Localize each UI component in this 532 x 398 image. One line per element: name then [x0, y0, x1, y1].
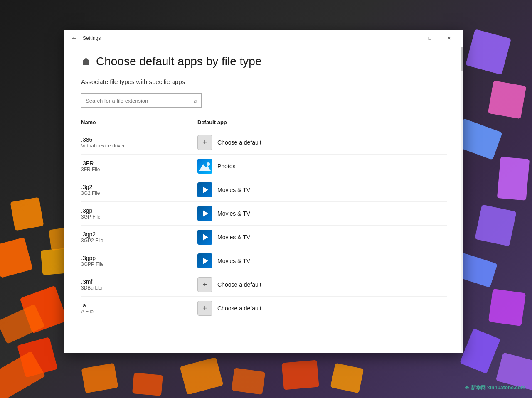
svg-rect-18 [132, 373, 163, 396]
play-icon [203, 210, 208, 217]
svg-rect-12 [475, 204, 517, 246]
settings-window: ← Settings — □ ✕ Choose default apps by … [64, 30, 463, 353]
plus-icon: + [203, 281, 207, 288]
app-name-label: Choose a default [217, 305, 261, 312]
table-row[interactable]: .3gpp3GPP FileMovies & TV [81, 249, 447, 273]
svg-rect-19 [180, 357, 223, 395]
play-icon [203, 234, 208, 241]
file-app-col[interactable]: Movies & TV [197, 253, 250, 268]
home-icon [81, 57, 91, 66]
svg-rect-20 [231, 368, 265, 395]
page-header: Choose default apps by file type [81, 55, 447, 68]
page-title: Choose default apps by file type [96, 55, 261, 68]
file-type-list: .386Virtual device driver+Choose a defau… [81, 131, 447, 320]
app-name-label: Movies & TV [217, 210, 250, 217]
default-app-icon: + [197, 135, 212, 150]
search-container: ⌕ [81, 93, 447, 108]
search-box[interactable]: ⌕ [81, 93, 202, 108]
file-app-col[interactable]: Movies & TV [197, 230, 250, 245]
svg-rect-1 [10, 197, 44, 231]
file-app-col[interactable]: +Choose a default [197, 135, 261, 150]
file-description: 3GP File [81, 214, 197, 220]
file-name-col: .386Virtual device driver [81, 136, 197, 149]
movies-app-icon [197, 182, 212, 197]
file-extension: .a [81, 302, 197, 309]
window-controls: — □ ✕ [401, 32, 458, 45]
window-title: Settings [83, 35, 101, 41]
svg-rect-11 [497, 157, 530, 201]
movies-app-icon [197, 206, 212, 221]
plus-icon: + [203, 139, 207, 146]
back-button[interactable]: ← [69, 33, 79, 43]
file-app-col[interactable]: Movies & TV [197, 182, 250, 197]
file-extension: .3FR [81, 160, 197, 167]
file-extension: .3gp2 [81, 231, 197, 238]
file-name-col: .3gp3GP File [81, 207, 197, 220]
page-content: Choose default apps by file type Associa… [64, 47, 463, 353]
file-app-col[interactable]: +Choose a default [197, 301, 261, 316]
table-row[interactable]: .3FR3FR File Photos [81, 155, 447, 178]
photos-app-icon [197, 159, 212, 174]
file-name-col: .aA File [81, 302, 197, 314]
table-row[interactable]: .386Virtual device driver+Choose a defau… [81, 131, 447, 155]
file-app-col[interactable]: Movies & TV [197, 206, 250, 221]
svg-point-24 [207, 162, 210, 166]
default-app-icon: + [197, 277, 212, 292]
svg-rect-22 [330, 363, 364, 393]
file-extension: .386 [81, 136, 197, 143]
file-name-col: .3mf3DBuilder [81, 278, 197, 291]
app-name-label: Movies & TV [217, 258, 250, 264]
minimize-button[interactable]: — [401, 32, 420, 45]
column-name-header: Name [81, 119, 197, 125]
file-description: A File [81, 309, 197, 314]
page-subtitle: Associate file types with specific apps [81, 78, 447, 85]
file-description: 3GP2 File [81, 238, 197, 243]
svg-rect-14 [488, 289, 526, 326]
table-row[interactable]: .3gp23GP2 FileMovies & TV [81, 226, 447, 249]
close-button[interactable]: ✕ [439, 32, 458, 45]
svg-rect-3 [40, 248, 67, 275]
file-description: 3FR File [81, 167, 197, 172]
svg-rect-21 [281, 360, 319, 390]
search-input[interactable] [86, 98, 194, 104]
file-name-col: .3FR3FR File [81, 160, 197, 172]
file-name-col: .3g23G2 File [81, 184, 197, 196]
table-header: Name Default app [81, 116, 447, 129]
play-icon [203, 187, 208, 193]
titlebar: ← Settings — □ ✕ [64, 30, 463, 47]
file-extension: .3g2 [81, 184, 197, 190]
watermark: ⊕ 新华网 xinhuatone.com [465, 384, 525, 391]
file-extension: .3gp [81, 207, 197, 214]
svg-rect-0 [0, 237, 33, 278]
app-name-label: Choose a default [217, 139, 261, 146]
watermark-text: ⊕ 新华网 xinhuatone.com [465, 384, 525, 391]
plus-icon: + [203, 305, 207, 312]
file-description: 3GPP File [81, 261, 197, 267]
svg-rect-9 [488, 81, 527, 119]
app-name-label: Movies & TV [217, 234, 250, 241]
file-name-col: .3gpp3GPP File [81, 255, 197, 267]
default-app-icon: + [197, 301, 212, 316]
file-name-col: .3gp23GP2 File [81, 231, 197, 243]
movies-app-icon [197, 230, 212, 245]
table-row[interactable]: .3mf3DBuilder+Choose a default [81, 273, 447, 297]
file-app-col[interactable]: +Choose a default [197, 277, 261, 292]
table-row[interactable]: .3gp3GP FileMovies & TV [81, 202, 447, 226]
table-row[interactable]: .aA File+Choose a default [81, 297, 447, 320]
app-name-label: Choose a default [217, 281, 261, 288]
maximize-button[interactable]: □ [420, 32, 439, 45]
file-description: 3G2 File [81, 190, 197, 196]
movies-app-icon [197, 253, 212, 268]
file-extension: .3gpp [81, 255, 197, 261]
svg-rect-17 [81, 363, 118, 393]
svg-rect-8 [466, 29, 511, 75]
file-app-col[interactable]: Photos [197, 159, 236, 174]
svg-rect-15 [460, 328, 501, 374]
app-name-label: Movies & TV [217, 187, 250, 193]
app-name-label: Photos [217, 163, 236, 170]
file-description: 3DBuilder [81, 285, 197, 291]
column-app-header: Default app [197, 119, 227, 125]
file-extension: .3mf [81, 278, 197, 285]
file-description: Virtual device driver [81, 143, 197, 149]
table-row[interactable]: .3g23G2 FileMovies & TV [81, 178, 447, 202]
